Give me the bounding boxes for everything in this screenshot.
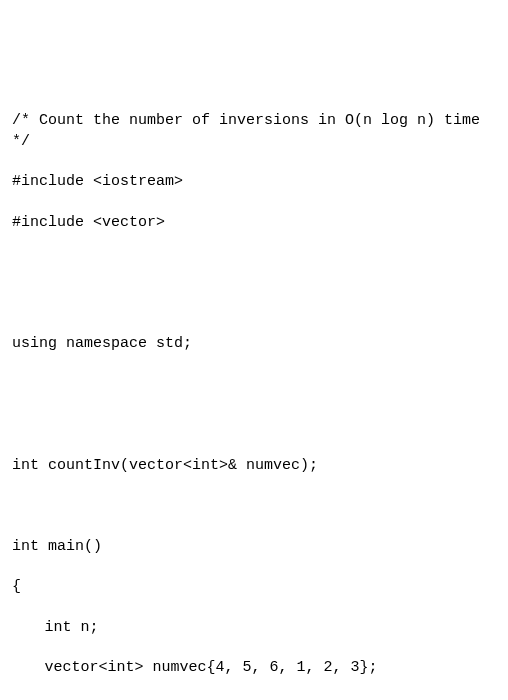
code-snippet: /* Count the number of inversions in O(n… <box>12 91 496 700</box>
blank-line <box>12 294 496 314</box>
include-line: #include <vector> <box>12 213 496 233</box>
blank-line <box>12 496 496 516</box>
blank-line <box>12 253 496 273</box>
decl-line: int n; <box>12 618 496 638</box>
main-signature: int main() <box>12 537 496 557</box>
comment-line: /* Count the number of inversions in O(n… <box>12 111 496 152</box>
prototype-line: int countInv(vector<int>& numvec); <box>12 456 496 476</box>
brace-open: { <box>12 577 496 597</box>
using-line: using namespace std; <box>12 334 496 354</box>
vector-init-line: vector<int> numvec{4, 5, 6, 1, 2, 3}; <box>12 658 496 678</box>
blank-line <box>12 415 496 435</box>
blank-line <box>12 375 496 395</box>
include-line: #include <iostream> <box>12 172 496 192</box>
